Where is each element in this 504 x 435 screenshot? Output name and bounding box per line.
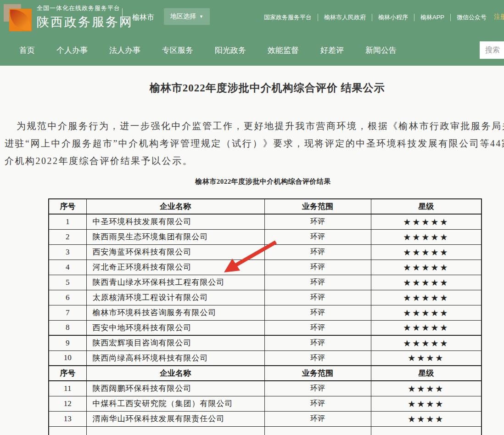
top-links: 国家政务服务平台 榆林市人民政府 榆林小程序 榆林APP 微信公众号 — [264, 0, 487, 34]
column-header: 序号 — [49, 366, 86, 381]
link-city-government[interactable]: 榆林市人民政府 — [324, 13, 366, 22]
cell-index: 13 — [49, 411, 86, 426]
table-row-partial — [49, 426, 482, 435]
cell-company-name: 陕西雨昊生态环境集团有限公司 — [86, 229, 264, 244]
announcement-paragraph: 为规范中介服务行为，进一步强化中介监管工作，更好地提升我市营商环境，根据《榆林市… — [5, 117, 504, 169]
cell-star-rating: ★★★★★ — [371, 214, 482, 229]
table-row: 9陕西宏辉项目咨询有限公司环评★★★★★ — [49, 335, 482, 350]
paragraph-line: 进驻“网上中介服务超市”中介机构考评管理规定（试行）》要求，现将评定的中圣环境科… — [5, 135, 504, 152]
cell-index: 10 — [49, 350, 86, 366]
nav-item-home[interactable]: 首页 — [19, 45, 35, 56]
site-brand: 全国一体化在线政务服务平台 陕西政务服务网 — [37, 4, 133, 30]
table-row: 11陕西阔鹏环保科技有限公司环评★★★★ — [49, 381, 482, 396]
site-logo-icon — [4, 3, 32, 32]
results-table-body: 序号企业名称业务范围星级1中圣环境科技发展有限公司环评★★★★★2陕西雨昊生态环… — [49, 199, 482, 435]
cell-company-name: 陕西尚绿高科环境科技有限公司 — [86, 350, 264, 366]
cell-star-rating: ★★★★★ — [371, 335, 482, 350]
cell-star-rating: ★★★★★ — [371, 229, 482, 244]
cell-star-rating: ★★★★★ — [371, 275, 482, 290]
announcement-document: 榆林市2022年度涉批中介机构综合评价 结果公示 为规范中介服务行为，进一步强化… — [0, 66, 504, 435]
table-row: 13渭南华山环保科技发展有限责任公司环评★★★★ — [49, 411, 482, 426]
table-row: 8西安中地环境科技有限公司环评★★★★★ — [49, 320, 482, 335]
cell-business-scope: 环评 — [264, 396, 371, 411]
link-wechat-account[interactable]: 微信公众号 — [457, 13, 487, 22]
cell-company-name: 西安中地环境科技有限公司 — [86, 320, 264, 335]
cell-star-rating: ★★★★★ — [371, 290, 482, 305]
platform-tagline: 全国一体化在线政务服务平台 — [37, 4, 133, 12]
current-city-label: 榆林市 — [132, 13, 154, 23]
cell-index: 4 — [49, 260, 86, 275]
cell-business-scope: 环评 — [264, 244, 371, 260]
table-row: 1中圣环境科技发展有限公司环评★★★★★ — [49, 214, 482, 229]
nav-menu: 首页 个人办事 法人办事 专区服务 阳光政务 效能监督 好差评 新闻公告 — [19, 34, 397, 66]
cell-empty — [86, 426, 264, 435]
cell-star-rating: ★★★★★ — [371, 320, 482, 335]
cell-business-scope: 环评 — [264, 320, 371, 335]
cell-index: 9 — [49, 335, 86, 350]
cell-star-rating: ★★★★★ — [371, 260, 482, 275]
cell-index: 6 — [49, 290, 86, 305]
top-header-bar: 全国一体化在线政务服务平台 陕西政务服务网 榆林市 地区选择 ▼ 国家政务服务平… — [0, 0, 504, 34]
column-header: 星级 — [371, 366, 482, 381]
register-link[interactable]: 注册 — [494, 13, 504, 21]
region-select-button[interactable]: 地区选择 ▼ — [164, 8, 210, 25]
cell-company-name: 中煤科工西安研究院（集团）有限公司 — [86, 396, 264, 411]
cell-index: 5 — [49, 275, 86, 290]
cell-business-scope: 环评 — [264, 381, 371, 396]
cell-index: 1 — [49, 214, 86, 229]
table-header-row: 序号企业名称业务范围星级 — [49, 366, 482, 381]
paragraph-line: 介机构2022年度综合评价结果予以公示。 — [5, 152, 504, 169]
page-title: 榆林市2022年度涉批中介机构综合评价 结果公示 — [0, 81, 504, 95]
nav-item-personal[interactable]: 个人办事 — [56, 45, 88, 56]
cell-empty — [371, 426, 482, 435]
cell-company-name: 中圣环境科技发展有限公司 — [86, 214, 264, 229]
cell-company-name: 陕西阔鹏环保科技有限公司 — [86, 381, 264, 396]
link-yulin-app[interactable]: 榆林APP — [420, 13, 444, 22]
cell-index: 3 — [49, 244, 86, 260]
cell-company-name: 陕西青山绿水环保科技工程有限公司 — [86, 275, 264, 290]
results-table: 序号企业名称业务范围星级1中圣环境科技发展有限公司环评★★★★★2陕西雨昊生态环… — [48, 198, 482, 435]
link-separator — [450, 14, 451, 21]
table-row: 3西安海蓝环保科技有限公司环评★★★★★ — [49, 244, 482, 260]
table-row: 7榆林市环境科技咨询服务有限公司环评★★★★★ — [49, 305, 482, 320]
region-select-label: 地区选择 — [170, 12, 196, 21]
table-caption: 榆林市2022年度涉批中介机构综合评价结果 — [0, 177, 504, 186]
cell-company-name: 陕西宏辉项目咨询有限公司 — [86, 335, 264, 350]
nav-item-transparency[interactable]: 阳光政务 — [215, 45, 246, 56]
link-national-platform[interactable]: 国家政务服务平台 — [264, 13, 312, 22]
cell-index: 2 — [49, 229, 86, 244]
cell-star-rating: ★★★★ — [371, 381, 482, 396]
cell-business-scope: 环评 — [264, 275, 371, 290]
nav-item-news[interactable]: 新闻公告 — [365, 45, 397, 56]
cell-company-name: 西安海蓝环保科技有限公司 — [86, 244, 264, 260]
link-separator — [372, 14, 372, 21]
link-separator — [318, 14, 318, 21]
cell-star-rating: ★★★★★ — [371, 305, 482, 320]
paragraph-line: 为规范中介服务行为，进一步强化中介监管工作，更好地提升我市营商环境，根据《榆林市… — [5, 117, 504, 135]
column-header: 企业名称 — [86, 199, 264, 214]
header-divider — [122, 8, 123, 27]
table-row: 5陕西青山绿水环保科技工程有限公司环评★★★★★ — [49, 275, 482, 290]
column-header: 序号 — [49, 199, 86, 214]
search-input[interactable] — [480, 41, 504, 59]
link-mini-program[interactable]: 榆林小程序 — [378, 13, 408, 22]
nav-item-corporate[interactable]: 法人办事 — [109, 45, 140, 56]
cell-business-scope: 环评 — [264, 229, 371, 244]
table-row: 2陕西雨昊生态环境集团有限公司环评★★★★★ — [49, 229, 482, 244]
chevron-down-icon: ▼ — [199, 14, 203, 19]
table-row: 12中煤科工西安研究院（集团）有限公司环评★★★★ — [49, 396, 482, 411]
table-row: 10陕西尚绿高科环境科技有限公司环评★★★★ — [49, 350, 482, 366]
site-name: 陕西政务服务网 — [37, 14, 133, 30]
cell-business-scope: 环评 — [264, 350, 371, 366]
nav-item-supervision[interactable]: 效能监督 — [268, 45, 299, 56]
cell-company-name: 河北奇正环境科技有限公司 — [86, 260, 264, 275]
cell-business-scope: 环评 — [264, 290, 371, 305]
table-row: 6太原核清环境工程设计有限公司环评★★★★★ — [49, 290, 482, 305]
cell-index: 7 — [49, 305, 86, 320]
cell-company-name: 渭南华山环保科技发展有限责任公司 — [86, 411, 264, 426]
nav-item-rating[interactable]: 好差评 — [320, 45, 344, 56]
cell-business-scope: 环评 — [264, 411, 371, 426]
cell-company-name: 榆林市环境科技咨询服务有限公司 — [86, 305, 264, 320]
column-header: 业务范围 — [264, 366, 371, 381]
nav-item-zone-service[interactable]: 专区服务 — [162, 45, 193, 56]
